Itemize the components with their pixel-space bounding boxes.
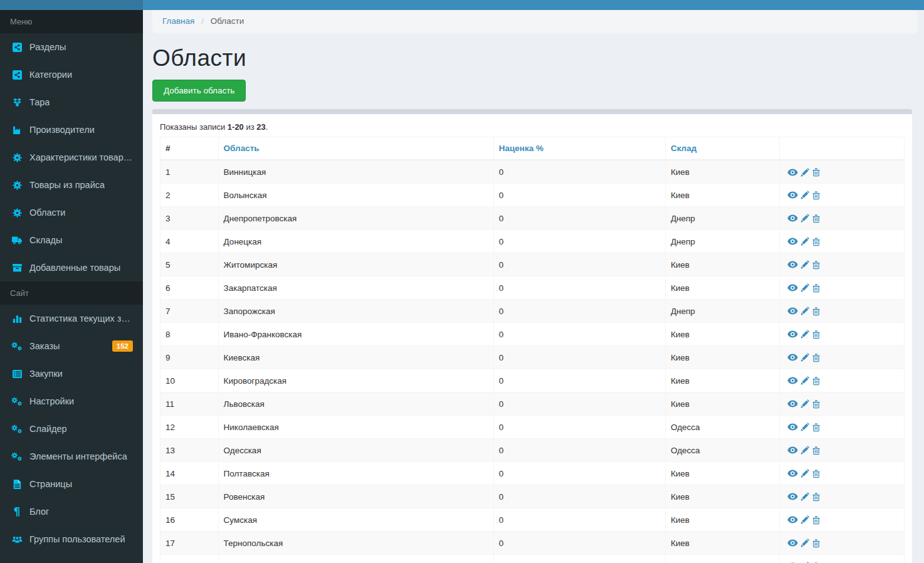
view-icon[interactable] bbox=[787, 423, 798, 431]
edit-icon[interactable] bbox=[801, 260, 809, 269]
view-icon[interactable] bbox=[787, 399, 798, 408]
warehouse-name: Киев bbox=[665, 345, 779, 369]
add-region-button[interactable]: Добавить область bbox=[152, 80, 246, 102]
edit-icon[interactable] bbox=[801, 423, 809, 431]
table-row: 1 Винницкая 0 Киев bbox=[160, 160, 905, 183]
edit-icon[interactable] bbox=[801, 353, 809, 362]
view-icon[interactable] bbox=[787, 237, 798, 246]
row-number: 10 bbox=[160, 369, 219, 392]
summary-text: Показаны записи 1-20 из 23. bbox=[160, 122, 905, 132]
sidebar-item[interactable]: Закупки bbox=[0, 360, 143, 387]
delete-icon[interactable] bbox=[812, 307, 821, 316]
breadcrumb-separator: / bbox=[201, 16, 204, 26]
sidebar-item[interactable]: Слайдер bbox=[0, 415, 143, 443]
sidebar-item[interactable]: Настройки bbox=[0, 387, 143, 415]
markup-value: 0 bbox=[493, 531, 665, 554]
delete-icon[interactable] bbox=[812, 399, 821, 409]
sidebar-item[interactable]: Тара bbox=[0, 88, 143, 116]
markup-value: 0 bbox=[493, 229, 665, 253]
edit-icon[interactable] bbox=[801, 539, 809, 547]
delete-icon[interactable] bbox=[812, 492, 821, 502]
edit-icon[interactable] bbox=[801, 469, 809, 478]
delete-icon[interactable] bbox=[812, 515, 821, 525]
edit-icon[interactable] bbox=[801, 191, 809, 199]
count-badge: 152 bbox=[112, 340, 133, 352]
edit-icon[interactable] bbox=[801, 330, 809, 339]
view-icon[interactable] bbox=[787, 376, 798, 385]
region-name: Днепропетровская bbox=[218, 206, 493, 229]
edit-icon[interactable] bbox=[801, 515, 809, 524]
sidebar-item[interactable]: ¶ Блог bbox=[0, 498, 143, 525]
delete-icon[interactable] bbox=[812, 260, 821, 270]
delete-icon[interactable] bbox=[812, 214, 821, 223]
sidebar-item[interactable]: Элементы интерфейса bbox=[0, 443, 143, 470]
breadcrumb-home-link[interactable]: Главная bbox=[162, 16, 194, 26]
edit-icon[interactable] bbox=[801, 168, 809, 177]
delete-icon[interactable] bbox=[812, 167, 821, 177]
delete-icon[interactable] bbox=[812, 446, 821, 455]
warehouse-name: Киев bbox=[665, 369, 779, 392]
warehouse-name: Одесса bbox=[665, 415, 779, 438]
view-icon[interactable] bbox=[787, 307, 798, 315]
view-icon[interactable] bbox=[787, 214, 798, 223]
sidebar-item[interactable]: Категории bbox=[0, 61, 143, 88]
view-icon[interactable] bbox=[787, 469, 798, 478]
edit-icon[interactable] bbox=[801, 446, 809, 455]
table-row: 18 Харьковская 0 Киев bbox=[160, 554, 905, 563]
view-icon[interactable] bbox=[787, 283, 798, 292]
column-header-region-sort[interactable]: Область bbox=[224, 144, 260, 153]
delete-icon[interactable] bbox=[812, 330, 821, 339]
markup-value: 0 bbox=[493, 206, 665, 229]
sidebar-item[interactable]: Области bbox=[0, 199, 143, 226]
table-row: 4 Донецкая 0 Днепр bbox=[160, 229, 905, 253]
column-header-warehouse-sort[interactable]: Склад bbox=[671, 144, 696, 153]
view-icon[interactable] bbox=[787, 353, 798, 362]
sidebar-section-header: Сайт bbox=[0, 282, 143, 305]
edit-icon[interactable] bbox=[801, 376, 809, 385]
column-header-markup-sort[interactable]: Наценка % bbox=[499, 144, 543, 153]
sidebar-item[interactable]: Производители bbox=[0, 116, 143, 144]
view-icon[interactable] bbox=[787, 191, 798, 199]
cogs-icon bbox=[10, 397, 24, 406]
region-name: Винницкая bbox=[218, 160, 493, 183]
view-icon[interactable] bbox=[787, 515, 798, 524]
delete-icon[interactable] bbox=[812, 353, 821, 362]
sidebar-item[interactable]: Статистика текущих заказов bbox=[0, 305, 143, 332]
view-icon[interactable] bbox=[787, 492, 798, 501]
sidebar-item[interactable]: Склады bbox=[0, 226, 143, 254]
edit-icon[interactable] bbox=[801, 307, 809, 315]
edit-icon[interactable] bbox=[801, 237, 809, 246]
delete-icon[interactable] bbox=[812, 539, 821, 548]
edit-icon[interactable] bbox=[801, 283, 809, 292]
view-icon[interactable] bbox=[787, 446, 798, 455]
edit-icon[interactable] bbox=[801, 214, 809, 223]
view-icon[interactable] bbox=[787, 168, 798, 177]
sidebar-item[interactable]: Товары из прайса bbox=[0, 171, 143, 199]
top-navbar bbox=[0, 0, 924, 10]
delete-icon[interactable] bbox=[812, 469, 821, 478]
delete-icon[interactable] bbox=[812, 237, 821, 246]
markup-value: 0 bbox=[493, 276, 665, 299]
view-icon[interactable] bbox=[787, 260, 798, 269]
delete-icon[interactable] bbox=[812, 283, 821, 293]
edit-icon[interactable] bbox=[801, 399, 809, 408]
edit-icon[interactable] bbox=[801, 492, 809, 501]
view-icon[interactable] bbox=[787, 539, 798, 547]
warehouse-name: Киев bbox=[665, 392, 779, 415]
sidebar-item[interactable]: Группы пользователей bbox=[0, 525, 143, 553]
markup-value: 0 bbox=[493, 415, 665, 438]
sidebar-item[interactable]: Характеристики товаров bbox=[0, 144, 143, 171]
region-name: Запорожская bbox=[218, 299, 493, 322]
sidebar-item[interactable]: Заказы 152 bbox=[0, 332, 143, 360]
cogs-icon bbox=[10, 342, 24, 351]
sidebar-item[interactable]: Разделы bbox=[0, 33, 143, 61]
sidebar-item[interactable]: Страницы bbox=[0, 470, 143, 498]
row-actions bbox=[779, 554, 904, 563]
table-row: 2 Волынская 0 Киев bbox=[160, 183, 905, 206]
delete-icon[interactable] bbox=[812, 376, 821, 386]
view-icon[interactable] bbox=[787, 330, 798, 339]
delete-icon[interactable] bbox=[812, 423, 821, 432]
sidebar-item[interactable]: Добавленные товары bbox=[0, 254, 143, 282]
delete-icon[interactable] bbox=[812, 191, 821, 200]
table-row: 14 Полтавская 0 Киев bbox=[160, 461, 905, 485]
